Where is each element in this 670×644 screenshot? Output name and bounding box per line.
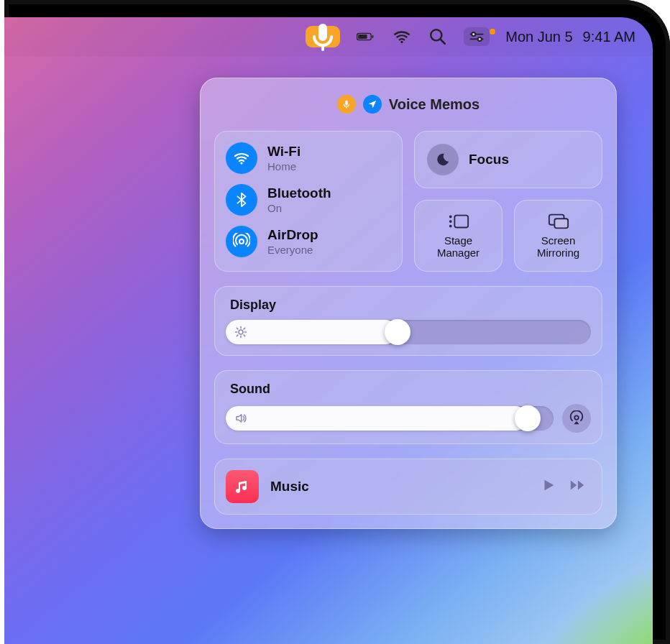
display-brightness-slider[interactable]: [226, 320, 591, 344]
next-track-button[interactable]: [568, 477, 587, 496]
battery-status[interactable]: [356, 27, 376, 47]
network-tile: Wi-Fi Home Bluetooth On: [214, 131, 403, 272]
control-center-icon: [468, 30, 485, 43]
airdrop-subtitle: Everyone: [267, 244, 318, 256]
svg-point-29: [574, 415, 579, 420]
forward-icon: [568, 477, 587, 493]
stage-manager-toggle[interactable]: Stage Manager: [414, 200, 502, 272]
svg-rect-19: [554, 218, 568, 228]
music-app-icon: [226, 470, 259, 503]
menu-bar-clock[interactable]: Mon Jun 5 9:41 AM: [505, 29, 635, 45]
moon-icon: [427, 144, 459, 175]
svg-point-8: [472, 32, 475, 36]
svg-rect-11: [345, 101, 348, 106]
screen-mirroring-icon: [548, 213, 569, 230]
active-app-label: Voice Memos: [389, 96, 479, 113]
battery-icon: [357, 27, 375, 46]
display-label: Display: [226, 298, 591, 313]
desktop-wallpaper: Mon Jun 5 9:41 AM Voice Memos: [4, 17, 653, 644]
play-icon: [541, 477, 556, 493]
display-tile: Display: [214, 286, 602, 356]
stage-manager-label: Stage Manager: [437, 234, 479, 259]
location-icon: [367, 99, 377, 109]
wifi-title: Wi-Fi: [267, 144, 300, 160]
bluetooth-title: Bluetooth: [267, 185, 331, 201]
svg-rect-0: [318, 24, 327, 41]
svg-line-27: [237, 335, 238, 336]
wifi-subtitle: Home: [267, 160, 300, 172]
svg-rect-17: [454, 215, 468, 227]
focus-toggle[interactable]: Focus: [414, 131, 602, 188]
device-bezel: Mon Jun 5 9:41 AM Voice Memos: [4, 0, 670, 644]
speaker-icon: [234, 412, 247, 425]
now-playing-label: Music: [270, 479, 529, 494]
screen-mirroring-label: Screen Mirroring: [537, 234, 579, 259]
focus-label: Focus: [469, 152, 509, 167]
svg-point-16: [449, 225, 451, 226]
bluetooth-subtitle: On: [267, 202, 331, 214]
slider-thumb[interactable]: [515, 405, 541, 431]
airdrop-toggle[interactable]: AirDrop Everyone: [226, 226, 391, 257]
sun-icon: [234, 326, 247, 339]
search-icon: [428, 27, 447, 46]
airdrop-title: AirDrop: [267, 227, 318, 243]
wifi-toggle[interactable]: Wi-Fi Home: [226, 142, 391, 174]
device-frame: Mon Jun 5 9:41 AM Voice Memos: [0, 0, 670, 644]
svg-line-25: [237, 328, 238, 329]
bluetooth-toggle[interactable]: Bluetooth On: [226, 184, 391, 216]
sound-label: Sound: [226, 382, 591, 397]
active-sensors-row[interactable]: Voice Memos: [214, 92, 602, 116]
svg-rect-3: [372, 35, 374, 38]
svg-line-26: [244, 335, 245, 336]
wifi-icon: [226, 142, 257, 174]
mic-in-use-indicator[interactable]: [306, 26, 340, 47]
wifi-icon: [393, 27, 411, 46]
svg-point-13: [239, 239, 244, 244]
menu-bar-time: 9:41 AM: [583, 29, 635, 45]
music-note-icon: [234, 478, 251, 495]
mic-icon: [341, 99, 352, 109]
stage-manager-icon: [448, 213, 469, 230]
airplay-audio-button[interactable]: [562, 404, 591, 433]
svg-point-4: [400, 41, 403, 43]
now-playing-tile[interactable]: Music: [214, 459, 602, 515]
airplay-icon: [569, 410, 584, 426]
screen-mirroring-toggle[interactable]: Screen Mirroring: [514, 200, 602, 272]
menu-bar-date: Mon Jun 5: [505, 29, 572, 45]
svg-point-10: [478, 37, 482, 41]
wifi-status[interactable]: [392, 27, 412, 47]
location-in-use-badge: [363, 95, 382, 114]
mic-icon: [306, 19, 340, 54]
bluetooth-icon: [226, 184, 257, 216]
svg-point-20: [239, 330, 243, 334]
control-center-panel: Voice Memos Wi-Fi Home: [200, 78, 617, 529]
sound-tile: Sound: [214, 370, 602, 444]
svg-rect-2: [358, 34, 367, 39]
svg-line-28: [244, 328, 245, 329]
slider-thumb[interactable]: [385, 319, 410, 345]
spotlight-search[interactable]: [428, 27, 448, 47]
menu-bar: Mon Jun 5 9:41 AM: [4, 17, 653, 56]
play-button[interactable]: [541, 477, 556, 496]
mic-in-use-badge: [337, 95, 356, 114]
sound-volume-slider[interactable]: [226, 406, 554, 431]
svg-point-15: [449, 221, 451, 222]
svg-point-14: [449, 216, 451, 217]
airdrop-icon: [226, 226, 257, 257]
svg-line-6: [440, 39, 445, 44]
control-center-menubar-toggle[interactable]: [464, 27, 490, 46]
svg-point-12: [240, 162, 242, 164]
